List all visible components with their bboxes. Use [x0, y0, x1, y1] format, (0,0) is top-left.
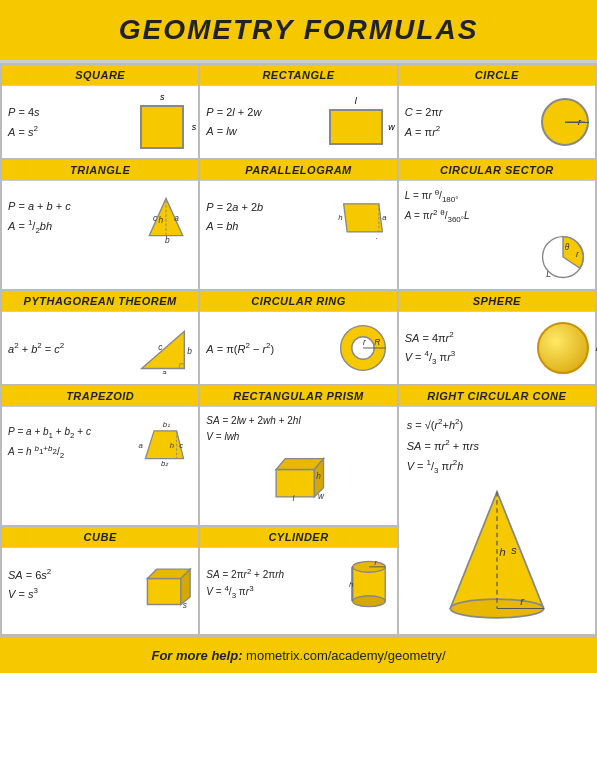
footer: For more help: mometrix.com/academy/geom…	[0, 636, 597, 673]
cell-circular-ring: CIRCULAR RING A = π(R2 − r2) R r	[200, 291, 398, 386]
rectangle-shape: l w	[329, 99, 391, 145]
cell-title-cylinder: CYLINDER	[200, 527, 396, 548]
cell-title-cube: CUBE	[2, 527, 198, 548]
svg-text:a: a	[382, 213, 387, 222]
sphere-shape: r	[537, 322, 589, 374]
sphere-formulas: SA = 4πr2 V = 4/3 πr3	[405, 328, 456, 369]
sector-shape: θ r L	[537, 231, 589, 283]
svg-text:s: s	[511, 543, 517, 556]
rectangle-formulas: P = 2l + 2w A = lw	[206, 103, 261, 140]
cell-title-rectangular-prism: RECTANGULAR PRISM	[200, 386, 396, 407]
ring-shape: R r	[335, 320, 391, 376]
cell-rectangle: RECTANGLE P = 2l + 2w A = lw l w	[200, 65, 398, 160]
svg-text:a: a	[175, 213, 180, 223]
square-formulas: P = 4s A = s2	[8, 103, 40, 141]
cell-title-trapezoid: TRAPEZOID	[2, 386, 198, 407]
cell-right-circular-cone: RIGHT CIRCULAR CONE s = √(r2+h2) SA = πr…	[399, 386, 597, 636]
svg-text:w: w	[319, 492, 326, 501]
svg-text:s: s	[183, 600, 187, 610]
pythagorean-formulas: a2 + b2 = c2	[8, 339, 64, 358]
square-shape: s s	[140, 95, 192, 149]
cell-title-triangle: TRIANGLE	[2, 160, 198, 181]
svg-text:h: h	[159, 215, 164, 225]
circle-shape: r	[541, 98, 589, 146]
page-title: GEOMETRY FORMULAS	[10, 14, 587, 46]
svg-text:h: h	[317, 472, 322, 481]
svg-text:b₂: b₂	[161, 460, 169, 469]
svg-text:b₁: b₁	[163, 421, 170, 430]
trapezoid-formulas: P = a + b1 + b2 + c A = h b1+b2/2	[8, 424, 91, 463]
svg-text:b: b	[187, 346, 192, 356]
triangle-shape: c a b h	[140, 191, 192, 243]
svg-text:b: b	[165, 235, 170, 243]
svg-text:a: a	[162, 368, 167, 374]
cell-square: SQUARE P = 4s A = s2 s s	[2, 65, 200, 160]
rectangular-prism-formulas: SA = 2lw + 2wh + 2hl V = lwh	[206, 413, 300, 445]
cell-title-parallelogram: PARALLELOGRAM	[200, 160, 396, 181]
cell-triangle: TRIANGLE P = a + b + c A = 1/2bh c a b h	[2, 160, 200, 291]
cell-title-circular-ring: CIRCULAR RING	[200, 291, 396, 312]
footer-text: For more help: mometrix.com/academy/geom…	[151, 648, 445, 663]
cell-title-rectangle: RECTANGLE	[200, 65, 396, 86]
cell-title-sphere: SPHERE	[399, 291, 595, 312]
svg-text:a: a	[139, 441, 144, 450]
svg-text:b: b	[375, 236, 380, 239]
svg-text:c: c	[180, 441, 184, 450]
cube-formulas: SA = 6s2 V = s3	[8, 565, 51, 604]
footer-link[interactable]: mometrix.com/academy/geometry/	[246, 648, 445, 663]
cell-trapezoid: TRAPEZOID P = a + b1 + b2 + c A = h b1+b…	[2, 386, 200, 527]
triangle-formulas: P = a + b + c A = 1/2bh	[8, 197, 71, 237]
cell-title-circular-sector: CIRCULAR SECTOR	[399, 160, 595, 181]
cone-shape: s h r	[407, 486, 587, 626]
cube-shape: s	[140, 558, 192, 610]
cone-formulas: s = √(r2+h2) SA = πr2 + πrs V = 1/3 πr2h	[407, 415, 587, 478]
svg-text:θ: θ	[565, 242, 570, 252]
cell-title-pythagorean: PYTHAGOREAN THEOREM	[2, 291, 198, 312]
cell-cube: CUBE SA = 6s2 V = s3 s	[2, 527, 200, 636]
parallelogram-shape: h b a	[335, 195, 391, 239]
svg-text:h: h	[170, 441, 174, 450]
circle-formulas: C = 2πr A = πr2	[405, 103, 443, 141]
cell-parallelogram: PARALLELOGRAM P = 2a + 2b A = bh h b a	[200, 160, 398, 291]
svg-text:r: r	[374, 558, 377, 567]
cell-pythagorean: PYTHAGOREAN THEOREM a2 + b2 = c2 a b c	[2, 291, 200, 386]
pythagorean-shape: a b c	[134, 322, 192, 374]
header: GEOMETRY FORMULAS	[0, 0, 597, 63]
svg-marker-32	[277, 470, 315, 497]
cylinder-formulas: SA = 2πr2 + 2πrh V = 4/3 πr3	[206, 566, 284, 603]
formulas-grid: SQUARE P = 4s A = s2 s s RECTANGLE P = 2…	[0, 63, 597, 636]
trapezoid-shape: b₁ b₂ a c h	[130, 417, 192, 469]
svg-text:h: h	[499, 545, 505, 558]
svg-marker-6	[343, 204, 382, 232]
parallelogram-formulas: P = 2a + 2b A = bh	[206, 198, 263, 235]
cell-rectangular-prism: RECTANGULAR PRISM SA = 2lw + 2wh + 2hl V…	[200, 386, 398, 527]
svg-marker-25	[146, 431, 184, 459]
cell-circle: CIRCLE C = 2πr A = πr2 r	[399, 65, 597, 160]
svg-point-51	[352, 596, 385, 607]
rectangular-prism-shape: l h w	[267, 449, 329, 505]
svg-text:l: l	[293, 496, 295, 502]
svg-text:L: L	[546, 270, 551, 280]
circular-ring-formulas: A = π(R2 − r2)	[206, 339, 274, 358]
svg-marker-45	[148, 579, 181, 605]
svg-marker-15	[142, 332, 185, 369]
svg-text:h: h	[338, 213, 343, 222]
cylinder-shape: r h	[347, 556, 391, 612]
cell-cylinder: CYLINDER SA = 2πr2 + 2πrh V = 4/3 πr3 r …	[200, 527, 398, 636]
cell-title-circle: CIRCLE	[399, 65, 595, 86]
cell-title-square: SQUARE	[2, 65, 198, 86]
cell-sphere: SPHERE SA = 4πr2 V = 4/3 πr3 r	[399, 291, 597, 386]
cell-title-right-circular-cone: RIGHT CIRCULAR CONE	[399, 386, 595, 407]
svg-text:R: R	[374, 337, 380, 347]
cell-circular-sector: CIRCULAR SECTOR L = πr θ/180° A = πr2 θ/…	[399, 160, 597, 291]
circular-sector-formulas: L = πr θ/180° A = πr2 θ/360°L	[405, 187, 470, 227]
